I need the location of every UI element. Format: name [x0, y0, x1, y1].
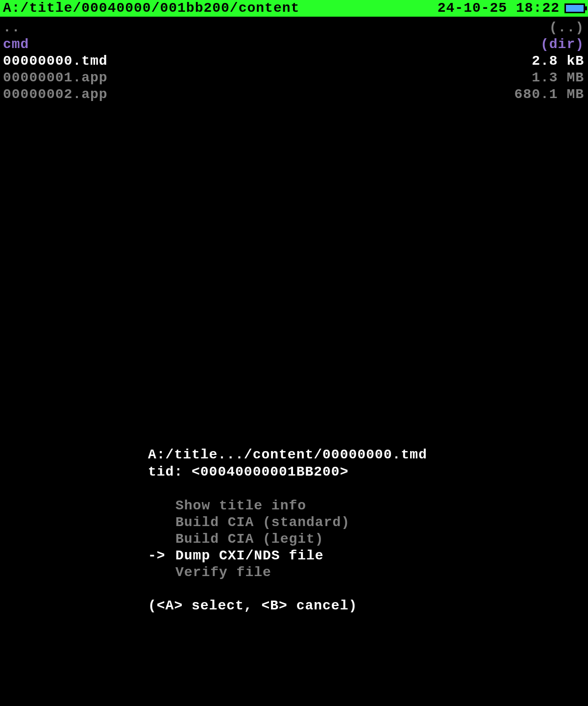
file-size: 1.3 MB [532, 70, 584, 86]
menu-item-label: Show title info [175, 498, 306, 513]
file-size: 2.8 kB [532, 53, 584, 70]
menu-item-label: Dump CXI/NDS file [175, 548, 324, 563]
file-row-parent[interactable]: .. (..) [3, 20, 584, 36]
menu-item-label: Build CIA (standard) [175, 515, 350, 530]
menu-footer-hint: (<A> select, <B> cancel) [148, 597, 427, 614]
file-row[interactable]: 00000002.app 680.1 MB [3, 86, 584, 103]
menu-item-label: Verify file [175, 565, 271, 580]
menu-header-path: A:/title.../content/00000000.tmd [148, 446, 427, 463]
menu-item-dump-cxi-nds[interactable]: -> Dump CXI/NDS file [148, 547, 427, 564]
file-size: (dir) [540, 36, 584, 53]
file-size: (..) [549, 20, 584, 36]
menu-item-build-cia-standard[interactable]: Build CIA (standard) [148, 514, 427, 530]
file-size: 680.1 MB [514, 86, 584, 103]
menu-items: Show title info Build CIA (standard) Bui… [148, 497, 427, 580]
file-name: 00000001.app [3, 70, 108, 86]
file-name: cmd [3, 36, 29, 53]
current-path: A:/title/00040000/001bb200/content [3, 0, 299, 17]
menu-header-tid: tid: <00040000001BB200> [148, 463, 427, 480]
file-name: 00000000.tmd [3, 53, 108, 70]
header-bar: A:/title/00040000/001bb200/content 24-10… [0, 0, 588, 17]
context-menu: A:/title.../content/00000000.tmd tid: <0… [148, 446, 427, 614]
file-name: 00000002.app [3, 86, 108, 103]
file-row[interactable]: 00000001.app 1.3 MB [3, 70, 584, 86]
battery-icon [564, 3, 585, 13]
file-row-selected[interactable]: 00000000.tmd 2.8 kB [3, 53, 584, 70]
file-name: .. [3, 20, 21, 36]
menu-item-label: Build CIA (legit) [175, 531, 324, 547]
selection-arrow-icon: -> [148, 547, 175, 564]
datetime: 24-10-25 18:22 [438, 0, 560, 17]
menu-item-show-title-info[interactable]: Show title info [148, 497, 427, 514]
file-list: .. (..) cmd (dir) 00000000.tmd 2.8 kB 00… [0, 17, 588, 103]
file-row-dir[interactable]: cmd (dir) [3, 36, 584, 53]
menu-item-build-cia-legit[interactable]: Build CIA (legit) [148, 530, 427, 547]
menu-item-verify-file[interactable]: Verify file [148, 564, 427, 580]
